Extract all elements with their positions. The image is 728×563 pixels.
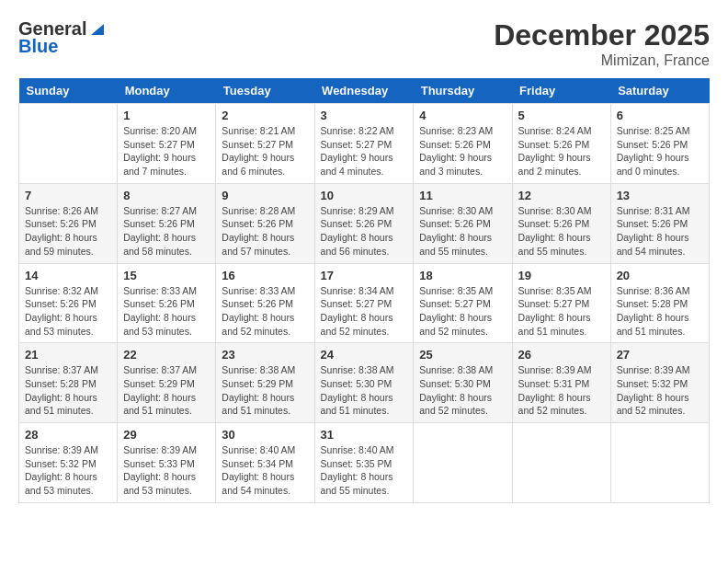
calendar-cell: 3Sunrise: 8:22 AM Sunset: 5:27 PM Daylig…	[314, 104, 414, 184]
day-info: Sunrise: 8:38 AM Sunset: 5:30 PM Dayligh…	[321, 363, 408, 418]
week-row-5: 28Sunrise: 8:39 AM Sunset: 5:32 PM Dayli…	[19, 423, 710, 503]
week-row-1: 1Sunrise: 8:20 AM Sunset: 5:27 PM Daylig…	[19, 104, 710, 184]
day-number: 29	[123, 428, 210, 442]
calendar-cell	[610, 423, 709, 503]
calendar-cell: 26Sunrise: 8:39 AM Sunset: 5:31 PM Dayli…	[512, 343, 610, 423]
day-number: 13	[617, 189, 703, 202]
calendar-cell: 17Sunrise: 8:34 AM Sunset: 5:27 PM Dayli…	[314, 263, 414, 343]
svg-marker-0	[91, 24, 104, 35]
calendar-cell: 25Sunrise: 8:38 AM Sunset: 5:30 PM Dayli…	[414, 343, 512, 423]
day-number: 16	[222, 269, 308, 282]
page-header: General Blue December 2025 Mimizan, Fran…	[18, 18, 710, 69]
day-number: 21	[25, 348, 111, 362]
day-info: Sunrise: 8:39 AM Sunset: 5:32 PM Dayligh…	[617, 363, 703, 418]
calendar-cell: 15Sunrise: 8:33 AM Sunset: 5:26 PM Dayli…	[118, 263, 216, 343]
col-monday: Monday	[118, 78, 216, 104]
calendar-cell: 11Sunrise: 8:30 AM Sunset: 5:26 PM Dayli…	[414, 183, 512, 263]
day-number: 27	[617, 348, 703, 362]
logo: General Blue	[18, 18, 104, 57]
day-number: 7	[25, 189, 111, 202]
calendar-cell: 22Sunrise: 8:37 AM Sunset: 5:29 PM Dayli…	[118, 343, 216, 423]
day-info: Sunrise: 8:31 AM Sunset: 5:26 PM Dayligh…	[617, 204, 703, 259]
day-info: Sunrise: 8:22 AM Sunset: 5:27 PM Dayligh…	[321, 124, 408, 178]
logo-triangle-icon	[87, 20, 104, 37]
day-number: 11	[419, 189, 506, 202]
day-number: 31	[321, 428, 408, 442]
day-number: 25	[419, 348, 506, 362]
day-info: Sunrise: 8:25 AM Sunset: 5:26 PM Dayligh…	[617, 124, 703, 178]
day-info: Sunrise: 8:20 AM Sunset: 5:27 PM Dayligh…	[123, 124, 210, 178]
day-number: 4	[419, 109, 506, 122]
day-number: 19	[518, 269, 605, 282]
day-number: 24	[321, 348, 408, 362]
day-number: 10	[321, 189, 408, 202]
calendar-cell: 13Sunrise: 8:31 AM Sunset: 5:26 PM Dayli…	[610, 183, 709, 263]
day-number: 18	[419, 269, 506, 282]
day-info: Sunrise: 8:24 AM Sunset: 5:26 PM Dayligh…	[518, 124, 605, 178]
day-number: 5	[518, 109, 605, 122]
day-info: Sunrise: 8:23 AM Sunset: 5:26 PM Dayligh…	[419, 124, 506, 178]
day-number: 15	[123, 269, 210, 282]
day-number: 2	[222, 109, 308, 122]
day-info: Sunrise: 8:34 AM Sunset: 5:27 PM Dayligh…	[321, 284, 408, 339]
week-row-2: 7Sunrise: 8:26 AM Sunset: 5:26 PM Daylig…	[19, 183, 710, 263]
week-row-3: 14Sunrise: 8:32 AM Sunset: 5:26 PM Dayli…	[19, 263, 710, 343]
day-info: Sunrise: 8:30 AM Sunset: 5:26 PM Dayligh…	[419, 204, 506, 259]
day-number: 9	[222, 189, 308, 202]
day-info: Sunrise: 8:39 AM Sunset: 5:31 PM Dayligh…	[518, 363, 605, 418]
day-info: Sunrise: 8:32 AM Sunset: 5:26 PM Dayligh…	[25, 284, 111, 339]
day-info: Sunrise: 8:36 AM Sunset: 5:28 PM Dayligh…	[617, 284, 703, 339]
calendar-cell: 4Sunrise: 8:23 AM Sunset: 5:26 PM Daylig…	[414, 104, 512, 184]
calendar-cell: 7Sunrise: 8:26 AM Sunset: 5:26 PM Daylig…	[19, 183, 118, 263]
calendar-cell: 16Sunrise: 8:33 AM Sunset: 5:26 PM Dayli…	[216, 263, 314, 343]
col-thursday: Thursday	[414, 78, 512, 104]
day-number: 28	[25, 428, 111, 442]
col-tuesday: Tuesday	[216, 78, 314, 104]
day-number: 6	[617, 109, 703, 122]
day-info: Sunrise: 8:33 AM Sunset: 5:26 PM Dayligh…	[123, 284, 210, 339]
day-info: Sunrise: 8:38 AM Sunset: 5:30 PM Dayligh…	[419, 363, 506, 418]
logo-blue-text: Blue	[18, 36, 58, 57]
day-info: Sunrise: 8:35 AM Sunset: 5:27 PM Dayligh…	[518, 284, 605, 339]
day-number: 17	[321, 269, 408, 282]
day-number: 20	[617, 269, 703, 282]
calendar-cell: 31Sunrise: 8:40 AM Sunset: 5:35 PM Dayli…	[314, 423, 414, 503]
day-info: Sunrise: 8:39 AM Sunset: 5:33 PM Dayligh…	[123, 443, 210, 498]
day-info: Sunrise: 8:38 AM Sunset: 5:29 PM Dayligh…	[222, 363, 308, 418]
week-row-4: 21Sunrise: 8:37 AM Sunset: 5:28 PM Dayli…	[19, 343, 710, 423]
calendar-cell: 24Sunrise: 8:38 AM Sunset: 5:30 PM Dayli…	[314, 343, 414, 423]
day-info: Sunrise: 8:27 AM Sunset: 5:26 PM Dayligh…	[123, 204, 210, 259]
day-info: Sunrise: 8:35 AM Sunset: 5:27 PM Dayligh…	[419, 284, 506, 339]
calendar-cell: 27Sunrise: 8:39 AM Sunset: 5:32 PM Dayli…	[610, 343, 709, 423]
calendar-cell: 6Sunrise: 8:25 AM Sunset: 5:26 PM Daylig…	[610, 104, 709, 184]
day-info: Sunrise: 8:37 AM Sunset: 5:29 PM Dayligh…	[123, 363, 210, 418]
day-number: 23	[222, 348, 308, 362]
day-info: Sunrise: 8:29 AM Sunset: 5:26 PM Dayligh…	[321, 204, 408, 259]
day-number: 8	[123, 189, 210, 202]
month-title: December 2025	[494, 18, 710, 52]
calendar-cell: 10Sunrise: 8:29 AM Sunset: 5:26 PM Dayli…	[314, 183, 414, 263]
calendar-cell: 9Sunrise: 8:28 AM Sunset: 5:26 PM Daylig…	[216, 183, 314, 263]
day-number: 1	[123, 109, 210, 122]
calendar-header-row: Sunday Monday Tuesday Wednesday Thursday…	[19, 78, 710, 104]
calendar-table: Sunday Monday Tuesday Wednesday Thursday…	[18, 78, 710, 503]
day-info: Sunrise: 8:39 AM Sunset: 5:32 PM Dayligh…	[25, 443, 111, 498]
day-info: Sunrise: 8:26 AM Sunset: 5:26 PM Dayligh…	[25, 204, 111, 259]
col-friday: Friday	[512, 78, 610, 104]
day-info: Sunrise: 8:33 AM Sunset: 5:26 PM Dayligh…	[222, 284, 308, 339]
day-info: Sunrise: 8:40 AM Sunset: 5:34 PM Dayligh…	[222, 443, 308, 498]
calendar-cell: 2Sunrise: 8:21 AM Sunset: 5:27 PM Daylig…	[216, 104, 314, 184]
day-info: Sunrise: 8:30 AM Sunset: 5:26 PM Dayligh…	[518, 204, 605, 259]
day-info: Sunrise: 8:28 AM Sunset: 5:26 PM Dayligh…	[222, 204, 308, 259]
calendar-cell: 28Sunrise: 8:39 AM Sunset: 5:32 PM Dayli…	[19, 423, 118, 503]
calendar-cell: 12Sunrise: 8:30 AM Sunset: 5:26 PM Dayli…	[512, 183, 610, 263]
calendar-cell	[512, 423, 610, 503]
title-section: December 2025 Mimizan, France	[494, 18, 710, 69]
calendar-cell: 19Sunrise: 8:35 AM Sunset: 5:27 PM Dayli…	[512, 263, 610, 343]
calendar-cell: 21Sunrise: 8:37 AM Sunset: 5:28 PM Dayli…	[19, 343, 118, 423]
calendar-cell: 29Sunrise: 8:39 AM Sunset: 5:33 PM Dayli…	[118, 423, 216, 503]
calendar-cell: 23Sunrise: 8:38 AM Sunset: 5:29 PM Dayli…	[216, 343, 314, 423]
day-info: Sunrise: 8:40 AM Sunset: 5:35 PM Dayligh…	[321, 443, 408, 498]
day-number: 3	[321, 109, 408, 122]
day-number: 12	[518, 189, 605, 202]
